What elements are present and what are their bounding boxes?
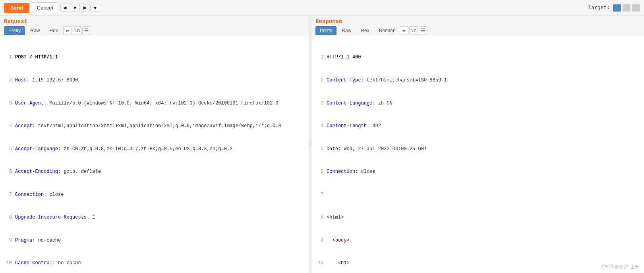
target-icon-3[interactable] <box>632 4 640 12</box>
watermark: CSDN @曲折_上升 <box>601 264 639 270</box>
line-2: 2 Host: 1.15.132.67:8090 <box>4 77 305 84</box>
resp-line-1: 1 HTTP/1.1 400 <box>315 54 640 61</box>
request-panel: Request Pretty Raw Hex ⇌ \n ☰ 1 POST / H… <box>0 16 309 273</box>
resp-line-2: 2 Content-Type: text/html;charset=ISO-88… <box>315 77 640 84</box>
response-tab-hex[interactable]: Hex <box>356 26 373 35</box>
response-panel-title: Response <box>315 18 640 25</box>
nav-arrows: ◀ ▼ ▶ ▼ <box>60 4 100 12</box>
resp-line-7: 7 <box>315 191 640 199</box>
request-icon-menu[interactable]: ☰ <box>82 26 91 35</box>
response-tab-render[interactable]: Render <box>375 26 399 35</box>
toolbar-right: Target: <box>588 4 640 12</box>
request-code: 1 POST / HTTP/1.1 2 Host: 1.15.132.67:80… <box>4 39 305 273</box>
response-panel: Response Pretty Raw Hex Render ⇌ \n ☰ 1 … <box>311 16 644 273</box>
line-9: 9 Pragma: no-cache <box>4 237 305 244</box>
target-icon-1[interactable] <box>613 4 621 12</box>
resp-line-10: 10 <h1> <box>315 259 640 267</box>
request-tab-bar: Pretty Raw Hex ⇌ \n ☰ <box>4 26 305 35</box>
request-panel-title: Request <box>4 18 305 25</box>
line-8: 8 Upgrade-Insecure-Requests: 1 <box>4 214 305 221</box>
response-panel-header: Response Pretty Raw Hex Render ⇌ \n ☰ <box>311 16 644 35</box>
target-icon-2[interactable] <box>623 4 630 12</box>
send-button[interactable]: Send <box>4 3 29 13</box>
response-icon-menu[interactable]: ☰ <box>419 26 427 35</box>
cancel-button[interactable]: Cancel <box>32 2 58 13</box>
toolbar-left: Send Cancel ◀ ▼ ▶ ▼ <box>4 2 100 13</box>
nav-back-down-button[interactable]: ▼ <box>70 4 80 12</box>
resp-line-8: 8 <html> <box>315 214 640 221</box>
resp-line-4: 4 Content-Length: 492 <box>315 122 640 130</box>
response-tab-pretty[interactable]: Pretty <box>315 26 337 35</box>
line-1: 1 POST / HTTP/1.1 <box>4 54 305 61</box>
nav-forward-down-button[interactable]: ▼ <box>90 4 100 12</box>
line-7: 7 Connection: close <box>4 191 305 199</box>
response-panel-body[interactable]: 1 HTTP/1.1 400 2 Content-Type: text/html… <box>311 35 644 273</box>
target-icons <box>613 4 640 12</box>
request-panel-body[interactable]: 1 POST / HTTP/1.1 2 Host: 1.15.132.67:80… <box>0 35 309 273</box>
line-6: 6 Accept-Encoding: gzip, deflate <box>4 168 305 176</box>
main-panels: Request Pretty Raw Hex ⇌ \n ☰ 1 POST / H… <box>0 16 644 273</box>
response-tab-bar: Pretty Raw Hex Render ⇌ \n ☰ <box>315 26 640 35</box>
toolbar: Send Cancel ◀ ▼ ▶ ▼ Target: <box>0 0 644 16</box>
line-10: 10 Cache-Control: no-cache <box>4 259 305 267</box>
request-panel-header: Request Pretty Raw Hex ⇌ \n ☰ <box>0 16 309 35</box>
resp-line-5: 5 Date: Wed, 27 Jul 2022 04:00:25 GMT <box>315 145 640 153</box>
line-5: 5 Accept-Language: zh-CN,zh;q=0.8,zh-TW;… <box>4 145 305 153</box>
response-icon-stream[interactable]: ⇌ <box>400 26 408 35</box>
line-4: 4 Accept: text/html,application/xhtml+xm… <box>4 122 305 130</box>
resp-line-6: 6 Connection: close <box>315 168 640 176</box>
response-tab-raw[interactable]: Raw <box>337 26 356 35</box>
resp-line-3: 3 Content-Language: zh-CN <box>315 100 640 107</box>
request-icon-stream[interactable]: ⇌ <box>63 26 72 35</box>
request-tab-hex[interactable]: Hex <box>45 26 62 35</box>
target-label: Target: <box>588 5 610 11</box>
line-3: 3 User-Agent: Mozilla/5.0 (Windows NT 10… <box>4 100 305 107</box>
response-code: 1 HTTP/1.1 400 2 Content-Type: text/html… <box>315 39 640 273</box>
request-tab-pretty[interactable]: Pretty <box>4 26 25 35</box>
request-tab-raw[interactable]: Raw <box>26 26 44 35</box>
nav-forward-button[interactable]: ▶ <box>81 4 89 12</box>
request-icon-newline[interactable]: \n <box>73 26 81 35</box>
response-icon-newline[interactable]: \n <box>409 26 418 35</box>
nav-back-button[interactable]: ◀ <box>60 4 69 12</box>
resp-line-9: 9 <body> <box>315 237 640 244</box>
